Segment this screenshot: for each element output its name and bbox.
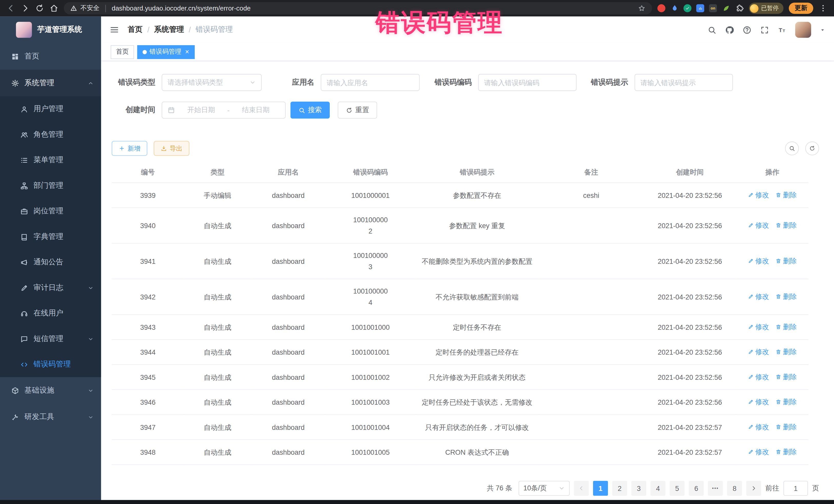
forward-icon[interactable] — [21, 4, 30, 13]
breadcrumb-item[interactable]: 首页 — [128, 25, 142, 35]
sidebar-item-menu[interactable]: 菜单管理 — [0, 147, 101, 173]
address-bar[interactable]: 不安全 dashboard.yudao.iocoder.cn/system/er… — [64, 2, 652, 14]
edit-link[interactable]: 修改 — [748, 220, 769, 231]
cell-app: dashboard — [251, 440, 325, 464]
page-button[interactable]: 4 — [651, 481, 665, 496]
page-button[interactable]: 6 — [689, 481, 704, 496]
sidebar-item-role[interactable]: 角色管理 — [0, 122, 101, 147]
delete-link[interactable]: 删除 — [775, 255, 797, 267]
sidebar-item-audit-log[interactable]: 审计日志 — [0, 275, 101, 301]
sidebar-item-system[interactable]: 系统管理 — [0, 70, 101, 96]
edit-link[interactable]: 修改 — [748, 446, 769, 458]
tag-home[interactable]: 首页 — [111, 45, 134, 59]
extensions-puzzle-icon[interactable] — [735, 4, 743, 13]
browser-menu-icon[interactable] — [819, 4, 828, 13]
box-icon — [11, 387, 19, 394]
update-button[interactable]: 更新 — [789, 3, 813, 14]
sidebar-toggle-icon[interactable] — [110, 25, 119, 35]
app-logo[interactable]: 芋道管理系统 — [0, 17, 101, 43]
sidebar-item-notice[interactable]: 通知公告 — [0, 249, 101, 275]
error-hint-input[interactable] — [635, 74, 733, 91]
export-button[interactable]: 导出 — [154, 141, 190, 156]
next-page-button[interactable] — [746, 481, 761, 496]
avatar-caret-icon[interactable] — [820, 27, 826, 33]
app-name-input[interactable] — [321, 74, 420, 91]
breadcrumb-separator: / — [147, 25, 149, 34]
green-check-icon[interactable] — [683, 4, 691, 12]
edit-link[interactable]: 修改 — [748, 291, 769, 302]
help-icon[interactable] — [742, 25, 751, 34]
edit-link[interactable]: 修改 — [748, 396, 769, 408]
sidebar-item-label: 基础设施 — [24, 386, 54, 395]
edit-link[interactable]: 修改 — [748, 190, 769, 201]
fullscreen-icon[interactable] — [760, 25, 769, 34]
page-button[interactable]: 8 — [727, 481, 742, 496]
sidebar-item-user[interactable]: 用户管理 — [0, 96, 101, 122]
green-leaf-icon[interactable] — [722, 4, 730, 13]
cell-code: 1001001005 — [325, 440, 415, 464]
delete-link[interactable]: 删除 — [775, 421, 797, 433]
sidebar-item-dept[interactable]: 部门管理 — [0, 173, 101, 198]
home-icon[interactable] — [49, 4, 59, 13]
cell-type: 自动生成 — [184, 279, 251, 314]
delete-link[interactable]: 删除 — [775, 220, 797, 231]
sidebar-item-label: 菜单管理 — [34, 155, 63, 165]
bookmark-star-icon[interactable] — [638, 4, 646, 12]
chevron-down-icon — [88, 414, 94, 420]
delete-link[interactable]: 删除 — [775, 446, 797, 458]
edit-link[interactable]: 修改 — [748, 371, 769, 382]
edit-link[interactable]: 修改 — [748, 421, 769, 433]
add-button[interactable]: 新增 — [112, 141, 147, 156]
goto-page-input[interactable] — [784, 481, 808, 496]
profile-chip[interactable]: 已暂停 — [749, 3, 784, 14]
error-type-select[interactable]: 请选择错误码类型 — [162, 74, 262, 91]
delete-link[interactable]: 删除 — [775, 321, 797, 333]
cell-actions: 修改删除 — [736, 207, 809, 243]
sidebar-item-online-user[interactable]: 在线用户 — [0, 301, 101, 326]
reload-icon[interactable] — [35, 4, 44, 13]
sidebar-item-dev-tools[interactable]: 研发工具 — [0, 404, 101, 430]
error-code-input[interactable] — [478, 74, 576, 91]
page-button[interactable]: 1 — [593, 481, 608, 496]
search-icon[interactable] — [707, 25, 717, 34]
water-drop-icon[interactable] — [670, 4, 679, 13]
close-icon[interactable]: × — [185, 48, 189, 56]
delete-link[interactable]: 删除 — [775, 396, 797, 408]
delete-link[interactable]: 删除 — [775, 291, 797, 302]
edit-link[interactable]: 修改 — [748, 346, 769, 357]
github-icon[interactable] — [725, 25, 734, 34]
sidebar-item-sms[interactable]: 短信管理 — [0, 326, 101, 352]
edit-link[interactable]: 修改 — [748, 321, 769, 333]
page-button[interactable]: 3 — [631, 481, 646, 496]
toggle-search-button[interactable] — [785, 141, 799, 155]
tag-error-code[interactable]: 错误码管理× — [137, 45, 195, 59]
sidebar-item-dict[interactable]: 字典管理 — [0, 224, 101, 249]
edit-link[interactable]: 修改 — [748, 255, 769, 267]
more-pages-button[interactable]: ••• — [708, 481, 723, 496]
column-header: 类型 — [184, 162, 251, 183]
switch-on-icon[interactable]: on — [709, 4, 717, 12]
cell-remark — [539, 207, 643, 243]
sidebar-item-infra[interactable]: 基础设施 — [0, 377, 101, 404]
sidebar-item-post[interactable]: 岗位管理 — [0, 198, 101, 224]
page-button[interactable]: 5 — [670, 481, 685, 496]
delete-link[interactable]: 删除 — [775, 371, 797, 382]
date-range-picker[interactable]: 开始日期 - 结束日期 — [162, 102, 286, 118]
font-size-icon[interactable]: TT — [777, 25, 787, 34]
refresh-table-button[interactable] — [805, 141, 819, 155]
sidebar-item-home[interactable]: 首页 — [0, 43, 101, 70]
page-button[interactable]: 2 — [612, 481, 627, 496]
delete-link[interactable]: 删除 — [775, 190, 797, 201]
blue-stats-icon[interactable] — [696, 4, 704, 12]
delete-link[interactable]: 删除 — [775, 346, 797, 357]
user-avatar[interactable] — [795, 22, 811, 38]
back-icon[interactable] — [6, 4, 15, 13]
record-red-icon[interactable] — [657, 4, 665, 12]
reset-button[interactable]: 重置 — [338, 102, 377, 118]
column-header: 编号 — [112, 162, 184, 183]
prev-page-button[interactable] — [574, 481, 589, 496]
search-button[interactable]: 搜索 — [290, 102, 330, 118]
page-size-select[interactable]: 10条/页 — [519, 481, 570, 496]
breadcrumb-item[interactable]: 系统管理 — [154, 25, 184, 35]
sidebar-item-error-code[interactable]: 错误码管理 — [0, 352, 101, 377]
